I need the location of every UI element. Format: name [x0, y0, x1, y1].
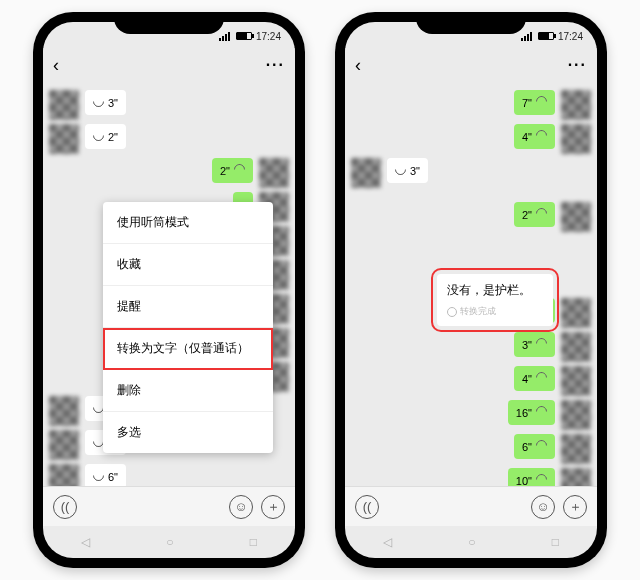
msg-out: 3" [351, 332, 591, 362]
voice-icon [234, 164, 245, 177]
signal-icon [219, 32, 230, 41]
avatar[interactable] [49, 124, 79, 154]
voice-bubble-in[interactable]: 3" [387, 158, 428, 183]
voice-bubble-out[interactable]: 2" [212, 158, 253, 183]
avatar[interactable] [561, 124, 591, 154]
msg-out: 16" [351, 400, 591, 430]
voice-bubble-out[interactable]: 7" [514, 90, 555, 115]
msg-out: 2" [49, 158, 289, 188]
avatar[interactable] [351, 158, 381, 188]
transcription-bubble[interactable]: 没有，是护栏。 转换完成 [437, 274, 553, 326]
voice-bubble-in[interactable]: 6" [85, 464, 126, 488]
chat-navbar: ‹ ··· [345, 48, 597, 82]
transcription-status: 转换完成 [447, 305, 543, 318]
msg-in: 2" [49, 124, 289, 154]
system-nav: ◁ ○ □ [345, 526, 597, 558]
back-button[interactable]: ‹ [355, 55, 361, 76]
battery-icon [538, 32, 554, 40]
voice-bubble-out[interactable]: 2" [514, 202, 555, 227]
input-bar: (( ☺ ＋ [43, 486, 295, 526]
screen: 17:24 ‹ ··· 3" 2" 2" [43, 22, 295, 558]
avatar[interactable] [561, 332, 591, 362]
voice-input-icon[interactable]: (( [355, 495, 379, 519]
clock: 17:24 [256, 31, 281, 42]
voice-icon [536, 208, 547, 221]
menu-item-convert-text[interactable]: 转换为文字（仅普通话） [103, 328, 273, 370]
chat-scroll[interactable]: 7" 4" 3" 2" 9" 3" 4" 16" 6" 10" 5" 没有，是护… [345, 82, 597, 488]
nav-back-icon[interactable]: ◁ [383, 535, 392, 549]
voice-icon [93, 130, 104, 143]
voice-bubble-out[interactable]: 6" [514, 434, 555, 459]
msg-out: 2" [351, 202, 591, 232]
chat-scroll[interactable]: 3" 2" 2" 5" 2" [43, 82, 295, 488]
msg-in: 6" [49, 464, 289, 488]
emoji-icon[interactable]: ☺ [531, 495, 555, 519]
voice-bubble-in[interactable]: 3" [85, 90, 126, 115]
more-button[interactable]: ··· [568, 56, 587, 74]
avatar[interactable] [561, 202, 591, 232]
voice-input-icon[interactable]: (( [53, 495, 77, 519]
msg-out: 7" [351, 90, 591, 120]
notch [416, 12, 526, 34]
battery-icon [236, 32, 252, 40]
system-nav: ◁ ○ □ [43, 526, 295, 558]
voice-icon [536, 96, 547, 109]
clock: 17:24 [558, 31, 583, 42]
voice-icon [536, 372, 547, 385]
input-bar: (( ☺ ＋ [345, 486, 597, 526]
signal-icon [521, 32, 532, 41]
msg-in: 3" [351, 158, 591, 188]
voice-icon [536, 440, 547, 453]
nav-home-icon[interactable]: ○ [468, 535, 475, 549]
voice-icon [536, 338, 547, 351]
chat-navbar: ‹ ··· [43, 48, 295, 82]
context-menu: 使用听筒模式 收藏 提醒 转换为文字（仅普通话） 删除 多选 [103, 202, 273, 453]
notch [114, 12, 224, 34]
avatar[interactable] [49, 90, 79, 120]
menu-item-multiselect[interactable]: 多选 [103, 412, 273, 453]
phone-mockup-left: 17:24 ‹ ··· 3" 2" 2" [33, 12, 305, 568]
voice-icon [93, 96, 104, 109]
voice-icon [536, 130, 547, 143]
plus-icon[interactable]: ＋ [261, 495, 285, 519]
voice-bubble-out[interactable]: 10" [508, 468, 555, 488]
voice-icon [536, 406, 547, 419]
nav-recent-icon[interactable]: □ [552, 535, 559, 549]
nav-recent-icon[interactable]: □ [250, 535, 257, 549]
avatar[interactable] [561, 468, 591, 488]
msg-out: 4" [351, 124, 591, 154]
avatar[interactable] [561, 298, 591, 328]
msg-out: 4" [351, 366, 591, 396]
plus-icon[interactable]: ＋ [563, 495, 587, 519]
voice-bubble-out[interactable]: 16" [508, 400, 555, 425]
avatar[interactable] [561, 434, 591, 464]
avatar[interactable] [49, 464, 79, 488]
voice-bubble-out[interactable]: 4" [514, 124, 555, 149]
menu-item-earpiece[interactable]: 使用听筒模式 [103, 202, 273, 244]
voice-bubble-out[interactable]: 4" [514, 366, 555, 391]
avatar[interactable] [561, 366, 591, 396]
nav-back-icon[interactable]: ◁ [81, 535, 90, 549]
back-button[interactable]: ‹ [53, 55, 59, 76]
menu-item-delete[interactable]: 删除 [103, 370, 273, 412]
avatar[interactable] [49, 430, 79, 460]
avatar[interactable] [259, 158, 289, 188]
voice-bubble-out[interactable]: 3" [514, 332, 555, 357]
screen: 17:24 ‹ ··· 7" 4" 3" 2" 9" 3" 4" 16" 6" … [345, 22, 597, 558]
voice-icon [395, 164, 406, 177]
menu-item-remind[interactable]: 提醒 [103, 286, 273, 328]
voice-icon [93, 470, 104, 483]
msg-out: 10" [351, 468, 591, 488]
nav-home-icon[interactable]: ○ [166, 535, 173, 549]
avatar[interactable] [561, 400, 591, 430]
voice-bubble-in[interactable]: 2" [85, 124, 126, 149]
avatar[interactable] [561, 90, 591, 120]
phone-mockup-right: 17:24 ‹ ··· 7" 4" 3" 2" 9" 3" 4" 16" 6" … [335, 12, 607, 568]
emoji-icon[interactable]: ☺ [229, 495, 253, 519]
menu-item-favorite[interactable]: 收藏 [103, 244, 273, 286]
more-button[interactable]: ··· [266, 56, 285, 74]
msg-in: 3" [49, 90, 289, 120]
transcription-text: 没有，是护栏。 [447, 282, 543, 299]
msg-out: 6" [351, 434, 591, 464]
avatar[interactable] [49, 396, 79, 426]
